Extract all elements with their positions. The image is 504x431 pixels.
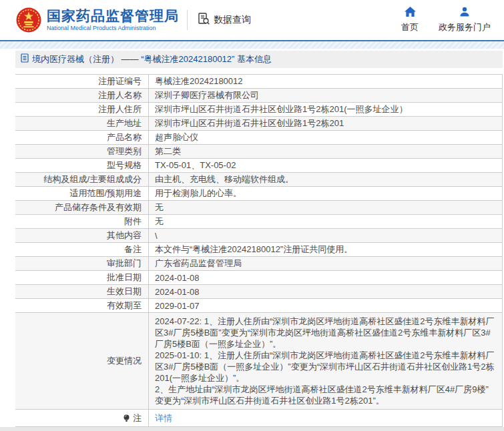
change-paragraph: 2、生产地址由“深圳市龙岗区坪地街道高桥社区盛佳道2号东维丰新材料厂区4#厂房9… [155, 384, 495, 406]
row-label-text: 变更情况 [107, 355, 142, 367]
row-label-text: 结构及组成/主要组成成分 [43, 173, 142, 185]
row-label: 管理类别 [15, 145, 149, 158]
table-row: 其他内容\ [15, 229, 502, 243]
row-value: \ [149, 229, 502, 242]
table-row: 附件无 [15, 215, 502, 229]
table-row: 审批部门广东省药品监督管理局 [15, 257, 502, 271]
nav-item-home[interactable]: 首页 [401, 7, 419, 33]
row-label-text: 审批部门 [107, 258, 142, 270]
row-label-text: 型号规格 [107, 159, 142, 171]
table-row: 批准日期2024-01-08 [15, 271, 502, 285]
nav-item-label: 首页 [401, 21, 419, 33]
row-label: 附件 [15, 215, 149, 228]
row-label: 批准日期 [15, 271, 149, 284]
row-label-text: 批准日期 [107, 272, 142, 284]
user-icon [459, 7, 470, 19]
header-divider [187, 10, 188, 30]
row-label: 其他内容 [15, 229, 149, 242]
row-label: 审批部门 [15, 257, 149, 270]
table-row: 注册人名称深圳子卿医疗器械有限公司 [15, 89, 502, 103]
top-nav: 首页 政务服务门户 [401, 7, 496, 33]
table-row: 注详情 [15, 410, 502, 427]
header-hatch-strip [0, 41, 504, 49]
document-icon [21, 53, 29, 65]
breadcrumb: 境内医疗器械（注册） —— “粤械注准20242180012” 基本信息 [15, 51, 503, 68]
row-value: 2024-01-08 [149, 285, 502, 298]
table-row: 备注本文件与“粤械注准20242180012”注册证共同使用。 [15, 243, 502, 257]
table-row: 注册人住所深圳市坪山区石井街道石井社区创业路1号2栋201(一照多址企业） [15, 103, 502, 117]
row-label-text: 注册人住所 [98, 103, 142, 115]
row-label-text: 适用范围/预期用途 [69, 187, 142, 199]
row-value: 深圳子卿医疗器械有限公司 [149, 89, 502, 102]
page-bottom-strip [0, 427, 504, 431]
main-content: 境内医疗器械（注册） —— “粤械注准20242180012” 基本信息 注册证… [15, 51, 503, 427]
row-label: 注册人住所 [15, 103, 149, 116]
table-row: 注册证编号粤械注准20242180012 [15, 75, 502, 89]
row-value: 深圳市坪山区石井街道石井社区创业路1号2栋201(一照多址企业） [149, 103, 502, 116]
doc-search-icon [197, 12, 210, 28]
row-label-text: 附件 [124, 216, 142, 228]
row-label-text: 注册证编号 [98, 75, 142, 87]
table-row: 型号规格TX-05-01、TX-05-02 [15, 159, 502, 173]
row-label-text: 管理类别 [107, 145, 142, 157]
row-value: 本文件与“粤械注准20242180012”注册证共同使用。 [149, 243, 502, 256]
row-label-text: 产品名称 [107, 131, 142, 143]
table-row: 管理类别第二类 [15, 145, 502, 159]
row-label: 注 [15, 410, 149, 426]
change-paragraph: 2024-07-22: 1、注册人住所由“深圳市龙岗区坪地街道高桥社区盛佳道2号… [155, 316, 495, 350]
details-link[interactable]: 详情 [155, 412, 172, 424]
row-label-text: 生产地址 [107, 117, 142, 129]
note-icon [123, 414, 130, 422]
row-label: 注册证编号 [15, 75, 149, 88]
row-value: 第二类 [149, 145, 502, 158]
row-label: 结构及组成/主要组成成分 [15, 173, 149, 186]
data-query-nav[interactable]: 数据查询 [197, 12, 251, 28]
row-value: 2024-07-22: 1、注册人住所由“深圳市龙岗区坪地街道高桥社区盛佳道2号… [149, 313, 502, 409]
row-value: 2029-01-07 [149, 299, 502, 312]
row-value: 无 [149, 215, 502, 228]
table-row: 产品名称超声胎心仪 [15, 131, 502, 145]
national-emblem-icon [16, 7, 41, 33]
row-label: 生效日期 [15, 285, 149, 298]
row-value: 深圳市坪山区石井街道石井社区创业路1号2栋201 [149, 117, 502, 130]
table-row: 结构及组成/主要组成成分由主机、充电线、移动端软件组成。 [15, 173, 502, 187]
home-icon [405, 7, 416, 19]
row-label: 备注 [15, 243, 149, 256]
data-query-label: 数据查询 [214, 14, 251, 26]
row-value: TX-05-01、TX-05-02 [149, 159, 502, 172]
table-row: 生产地址深圳市坪山区石井街道石井社区创业路1号2栋201 [15, 117, 502, 131]
table-row: 生效日期2024-01-08 [15, 285, 502, 299]
row-label: 型号规格 [15, 159, 149, 172]
row-label: 产品储存条件及有效期 [15, 201, 149, 214]
row-value: 广东省药品监督管理局 [149, 257, 502, 270]
row-value: 2024-01-08 [149, 271, 502, 284]
row-value: 用于检测胎儿的心率。 [149, 187, 502, 200]
info-table: 注册证编号粤械注准20242180012注册人名称深圳子卿医疗器械有限公司注册人… [15, 74, 503, 427]
row-value: 详情 [149, 410, 502, 426]
row-value: 粤械注准20242180012 [149, 75, 502, 88]
row-label: 适用范围/预期用途 [15, 187, 149, 200]
site-logo[interactable]: 国家药品监督管理局 National Medical Products Admi… [16, 7, 179, 33]
site-title: 国家药品监督管理局 [47, 8, 179, 24]
site-subtitle: National Medical Products Administration [47, 24, 179, 32]
change-paragraph: 2025-01-10: 1、注册人住所由“深圳市龙岗区坪地街道高桥社区盛佳道2号… [155, 350, 495, 384]
row-label: 生产地址 [15, 117, 149, 130]
row-label: 产品名称 [15, 131, 149, 144]
row-value: 超声胎心仪 [149, 131, 502, 144]
row-label-text: 有效期至 [107, 300, 142, 312]
row-label-text: 注 [133, 412, 142, 424]
table-row: 适用范围/预期用途用于检测胎儿的心率。 [15, 187, 502, 201]
nav-item-gov-portal[interactable]: 政务服务门户 [439, 7, 491, 33]
row-label: 注册人名称 [15, 89, 149, 102]
row-label-text: 其他内容 [107, 230, 142, 242]
site-header: 国家药品监督管理局 National Medical Products Admi… [0, 0, 504, 40]
row-label-text: 注册人名称 [98, 89, 142, 101]
row-label-text: 备注 [124, 244, 142, 256]
row-value: 无 [149, 201, 502, 214]
row-label: 变更情况 [15, 313, 149, 409]
table-row: 有效期至2029-01-07 [15, 299, 502, 313]
table-row: 产品储存条件及有效期无 [15, 201, 502, 215]
row-label: 有效期至 [15, 299, 149, 312]
breadcrumb-text: 境内医疗器械（注册） —— “粤械注准20242180012” 基本信息 [32, 53, 272, 65]
row-label-text: 生效日期 [107, 286, 142, 298]
